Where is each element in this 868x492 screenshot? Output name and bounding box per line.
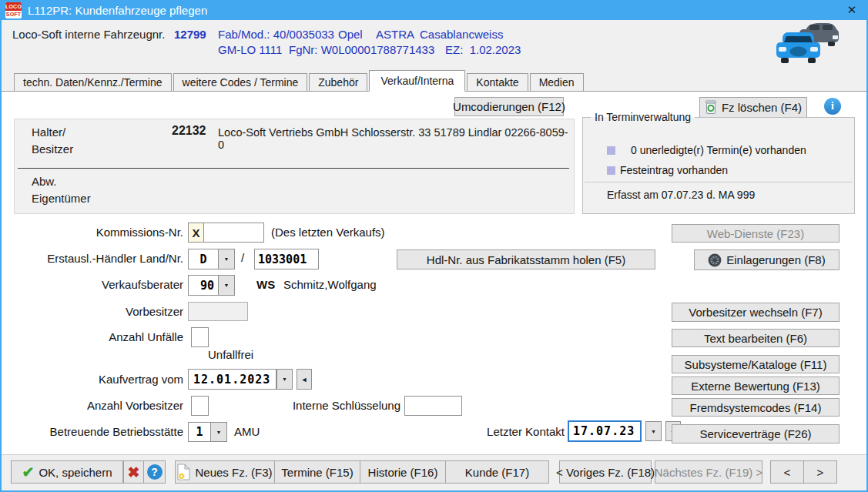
- logo-top-text: LOCO: [5, 2, 22, 11]
- chevron-down-icon[interactable]: ▼: [219, 249, 235, 269]
- verkaufsberater-combobox[interactable]: 90 ▼: [188, 275, 235, 296]
- termine-button[interactable]: Termine (F15): [274, 460, 360, 484]
- owner-panel: Halter/ Besitzer 22132 Loco-Soft Vertrie…: [14, 119, 575, 214]
- chevron-down-icon[interactable]: ▼: [645, 421, 662, 441]
- letzter-kontakt-date-input[interactable]: [568, 420, 642, 442]
- chevron-down-icon[interactable]: ▼: [211, 422, 227, 442]
- neues-fz-label: Neues Fz. (F3): [195, 466, 272, 479]
- land-value: D: [188, 249, 219, 269]
- check-icon: ✔: [22, 465, 35, 480]
- vehicle-no-label: Loco-Soft interne Fahrzeugnr.: [12, 28, 165, 41]
- anzahl-unfaelle-label: Anzahl Unfälle: [0, 330, 183, 343]
- terminverwaltung-panel: In Terminverwaltung 0 unerledigte(r) Ter…: [582, 111, 855, 214]
- anzahl-vorbesitzer-label: Anzahl Vorbesitzer: [0, 399, 183, 412]
- betriebsstaette-combobox[interactable]: 1 ▼: [188, 422, 227, 442]
- tab-verkauf-interna[interactable]: Verkauf/Interna: [369, 70, 465, 92]
- verkaufsberater-code: 90: [188, 275, 219, 296]
- betriebsstaette-code: 1: [188, 422, 211, 442]
- haendler-nr-input[interactable]: [254, 249, 319, 269]
- kommission-prefix: X: [188, 223, 204, 243]
- unfallfrei-text: Unfallfrei: [208, 348, 253, 361]
- tire-icon: [708, 253, 722, 267]
- neues-fz-button[interactable]: Neues Fz. (F3): [175, 460, 275, 484]
- kommission-hint: (Des letzten Verkaufs): [271, 226, 385, 239]
- land-combobox[interactable]: D ▼: [188, 249, 235, 269]
- brand-value: Opel: [338, 28, 363, 41]
- window-title: L112PR: Kundenfahrzeuge pflegen: [28, 4, 840, 17]
- new-document-icon: [177, 464, 190, 480]
- app-window: LOCO SOFT L112PR: Kundenfahrzeuge pflege…: [0, 0, 868, 492]
- fgnr-value: FgNr: W0L00001788771433: [289, 43, 434, 56]
- vorbesitzer-wechseln-button[interactable]: Vorbesitzer wechseln (F7): [672, 303, 840, 322]
- help-button[interactable]: ?: [143, 460, 166, 484]
- verkaufsberater-initials: WS: [256, 278, 275, 291]
- tab-kontakte[interactable]: Kontakte: [467, 73, 528, 91]
- vorbesitzer-label: Vorbesitzer: [0, 305, 183, 318]
- chevron-down-icon[interactable]: ▼: [219, 275, 235, 296]
- letzter-kontakt-label: Letzter Kontakt: [462, 425, 565, 438]
- customer-text: Loco-Soft Vertriebs GmbH Schlosserstr. 3…: [218, 126, 574, 151]
- kommission-label: Kommissions-Nr.: [0, 226, 183, 239]
- fab-mod-value: Fab/Mod.: 40/0035033: [218, 28, 334, 41]
- tab-medien[interactable]: Medien: [530, 73, 584, 91]
- umcodierungen-button[interactable]: Umcodierungen (F12): [454, 97, 564, 116]
- kommission-input[interactable]: [203, 223, 264, 243]
- anzahl-vorbesitzer-input[interactable]: [191, 396, 209, 416]
- erfasst-text: Erfasst am 07.07.23 d. MA 999: [607, 189, 755, 201]
- color-value: Casablancweiss: [420, 28, 503, 41]
- tab-zubehoer[interactable]: Zubehör: [309, 73, 367, 91]
- ok-speichern-button[interactable]: ✔ OK, speichern: [11, 460, 123, 484]
- subsysteme-kataloge-button[interactable]: Subsysteme/Kataloge (F11): [672, 355, 840, 373]
- close-icon[interactable]: ✕: [840, 0, 863, 20]
- cars-icon: [776, 22, 840, 69]
- vorbesitzer-input[interactable]: [188, 302, 248, 321]
- halter-label-line2: Besitzer: [32, 142, 73, 156]
- termin-divider: [585, 182, 853, 182]
- tab-techn-daten[interactable]: techn. Daten/Kennz./Termine: [14, 73, 172, 91]
- voriges-fz-button[interactable]: < Voriges Fz. (F18): [559, 460, 652, 484]
- vehicle-no-value: 12799: [174, 28, 206, 41]
- servicevertraege-button[interactable]: Serviceverträge (F26): [672, 424, 840, 443]
- betriebsstaette-label: Betreuende Betriebsstätte: [0, 425, 183, 438]
- status-square-icon: [607, 166, 615, 175]
- prev-record-button[interactable]: <: [770, 460, 804, 484]
- chevron-down-icon[interactable]: ▼: [276, 369, 293, 390]
- interne-schluesselung-input[interactable]: [404, 396, 462, 416]
- cancel-icon: ✖: [128, 465, 140, 480]
- loco-soft-logo-icon: LOCO SOFT: [5, 2, 22, 18]
- cancel-button[interactable]: ✖: [123, 460, 144, 484]
- externe-bewertung-button[interactable]: Externe Bewertung (F13): [672, 377, 840, 395]
- text-bearbeiten-button[interactable]: Text bearbeiten (F6): [672, 329, 840, 347]
- naechstes-fz-button[interactable]: Nächstes Fz. (F19) >: [655, 460, 762, 484]
- tab-weitere-codes[interactable]: weitere Codes / Termine: [173, 73, 308, 91]
- fremdsystemcodes-button[interactable]: Fremdsystemcodes (F14): [672, 398, 840, 417]
- einlagerungen-button[interactable]: Einlagerungen (F8): [694, 249, 840, 270]
- abw-eigentuemer-label-line1: Abw.: [32, 175, 57, 188]
- termine-status-text: 0 unerledigte(r) Termin(e) vorhanden: [631, 144, 806, 156]
- help-icon: ?: [147, 464, 163, 480]
- halter-label-line1: Halter/: [32, 126, 65, 139]
- haendler-separator: /: [241, 251, 244, 264]
- web-dienste-button[interactable]: Web-Dienste (F23): [672, 224, 840, 243]
- abw-eigentuemer-label-line2: Eigentümer: [32, 192, 91, 205]
- kaufvertrag-date-input[interactable]: [188, 369, 276, 390]
- status-square-icon: [607, 146, 615, 155]
- ez-value: EZ: 1.02.2023: [445, 43, 521, 56]
- gm-lo-value: GM-LO 1111: [218, 43, 282, 56]
- historie-button[interactable]: Historie (F16): [360, 460, 446, 484]
- hdl-nr-holen-button[interactable]: Hdl-Nr. aus Fabrikatsstamm holen (F5): [397, 249, 655, 269]
- einlagerungen-label: Einlagerungen (F8): [726, 253, 825, 266]
- date-back-icon[interactable]: ◄: [297, 369, 312, 390]
- title-bar: LOCO SOFT L112PR: Kundenfahrzeuge pflege…: [0, 0, 868, 20]
- owner-divider: [18, 168, 569, 169]
- betriebsstaette-name: AMU: [234, 425, 260, 438]
- anzahl-unfaelle-input[interactable]: [191, 327, 209, 347]
- terminverwaltung-legend: In Terminverwaltung: [591, 111, 695, 123]
- verkaufsberater-name: Schmitz,Wolfgang: [283, 278, 377, 291]
- kunde-button[interactable]: Kunde (F17): [445, 460, 549, 484]
- window-border: [0, 0, 2, 492]
- tab-bar: techn. Daten/Kennz./Termine weitere Code…: [2, 70, 866, 92]
- next-record-button[interactable]: >: [803, 460, 837, 484]
- model-value: ASTRA: [376, 28, 414, 41]
- customer-number: 22132: [172, 124, 206, 138]
